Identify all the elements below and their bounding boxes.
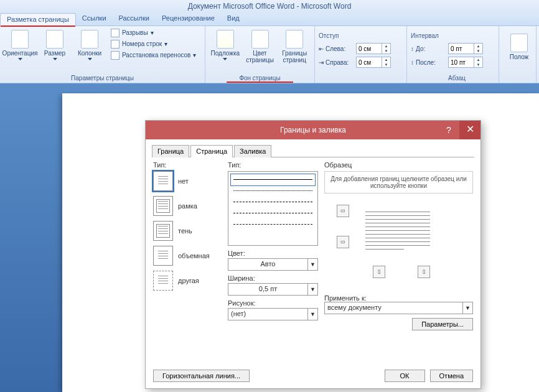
ribbon-tabs: Разметка страницы Ссылки Рассылки Реценз… — [0, 12, 539, 26]
help-button[interactable]: ? — [439, 121, 458, 139]
indent-left-input[interactable]: ▲▼ — [356, 43, 391, 54]
color-combo[interactable]: Авто▼ — [228, 258, 318, 271]
linenum-icon — [111, 40, 120, 49]
type-3d-icon — [153, 246, 173, 266]
line-dashed[interactable] — [231, 197, 315, 208]
columns-icon — [81, 30, 98, 49]
line-numbers-button[interactable]: Номера строк ▾ — [111, 40, 196, 49]
line-dash2[interactable] — [231, 208, 315, 219]
apply-to-label: Применить к: — [324, 294, 367, 302]
art-combo[interactable]: (нет)▼ — [228, 308, 318, 320]
type-header: Тип: — [153, 161, 222, 169]
type-custom-icon — [153, 271, 173, 291]
ok-button[interactable]: ОК — [385, 370, 425, 382]
spacing-before-input[interactable]: ▲▼ — [448, 43, 483, 54]
columns-button[interactable]: Колонки — [73, 27, 106, 60]
apply-to-combo[interactable]: всему документу▼ — [324, 302, 473, 314]
page-icon — [46, 30, 63, 49]
tab-references[interactable]: Ссылки — [76, 12, 113, 26]
spacing-after-icon: ↕ — [411, 59, 414, 66]
indent-header: Отступ — [319, 32, 403, 40]
options-button[interactable]: Параметры... — [412, 318, 473, 330]
indent-right-input[interactable]: ▲▼ — [356, 57, 391, 68]
spacing-after-input[interactable]: ▲▼ — [448, 57, 483, 68]
type-box[interactable]: рамка — [153, 196, 222, 216]
preview-document[interactable] — [360, 203, 435, 256]
preview-hint: Для добавления границ щелкните образец и… — [324, 171, 473, 194]
chevron-down-icon[interactable]: ▼ — [307, 309, 317, 320]
dialog-title-text: Границы и заливка — [280, 126, 346, 134]
close-button[interactable]: ✕ — [459, 121, 480, 139]
preview-area: ▭ ▭ ▯ ▯ — [324, 198, 473, 292]
spacing-before-icon: ↕ — [411, 45, 414, 52]
dtab-border[interactable]: Граница — [152, 145, 189, 157]
line-style-header: Тип: — [228, 161, 318, 169]
tab-page-layout[interactable]: Разметка страницы — [0, 13, 76, 26]
horizontal-line-button[interactable]: Горизонтальная линия... — [153, 370, 250, 382]
chevron-down-icon[interactable]: ▼ — [462, 302, 472, 314]
group-page-background: Фон страницы — [209, 73, 311, 83]
line-solid[interactable] — [231, 174, 315, 185]
page-icon — [11, 30, 29, 49]
line-dotted[interactable] — [231, 185, 315, 197]
app-title-bar: Документ Microsoft Office Word - Microso… — [0, 0, 539, 12]
art-label: Рисунок: — [228, 299, 318, 307]
type-box-icon — [153, 196, 173, 216]
chevron-down-icon[interactable]: ▼ — [307, 259, 317, 270]
line-dashdot[interactable] — [231, 219, 315, 230]
type-shadow-icon — [153, 221, 173, 241]
breaks-button[interactable]: Разрывы ▾ — [111, 29, 196, 37]
chevron-down-icon[interactable]: ▼ — [307, 284, 317, 295]
size-button[interactable]: Размер — [39, 27, 71, 60]
group-page-setup: Параметры страницы — [4, 73, 201, 83]
border-icon — [286, 30, 303, 49]
page-borders-button[interactable]: Границы страниц — [278, 27, 311, 63]
dialog-tabs: Граница Страница Заливка — [152, 144, 474, 157]
type-shadow[interactable]: тень — [153, 221, 222, 241]
indent-left-icon: ⇤ — [319, 45, 324, 52]
hyphenation-button[interactable]: Расстановка переносов ▾ — [111, 51, 196, 60]
tab-review[interactable]: Рецензирование — [156, 12, 221, 26]
type-3d[interactable]: объемная — [153, 246, 222, 266]
bucket-icon — [251, 30, 269, 49]
color-label: Цвет: — [228, 250, 318, 257]
group-paragraph: Абзац — [365, 73, 539, 83]
spacing-header: Интервал — [411, 32, 495, 40]
position-icon — [510, 34, 528, 52]
line-style-list[interactable] — [228, 171, 318, 246]
border-top-toggle[interactable]: ▭ — [337, 205, 349, 217]
tab-mailings[interactable]: Рассылки — [113, 12, 156, 26]
type-none[interactable]: нет — [153, 171, 222, 191]
dtab-fill[interactable]: Заливка — [234, 145, 271, 157]
cancel-button[interactable]: Отмена — [430, 370, 473, 382]
indent-right-icon: ⇥ — [319, 59, 324, 66]
type-custom[interactable]: другая — [153, 271, 222, 291]
preview-header: Образец — [324, 161, 473, 169]
type-none-icon — [153, 171, 173, 191]
page-color-button[interactable]: Цвет страницы — [244, 27, 276, 63]
ribbon: Ориентация Размер Колонки Разрывы ▾ Номе… — [0, 26, 539, 83]
dialog-titlebar[interactable]: Границы и заливка ? ✕ — [146, 121, 480, 139]
hyphen-icon — [111, 51, 120, 60]
border-right-toggle[interactable]: ▯ — [418, 266, 430, 278]
borders-shading-dialog: Границы и заливка ? ✕ Граница Страница З… — [145, 120, 481, 389]
width-label: Ширина: — [228, 274, 318, 282]
position-button[interactable]: Полож — [503, 31, 535, 60]
tab-view[interactable]: Вид — [221, 12, 246, 26]
orientation-button[interactable]: Ориентация — [4, 27, 36, 60]
watermark-icon — [217, 30, 234, 49]
border-bottom-toggle[interactable]: ▭ — [337, 236, 349, 248]
width-combo[interactable]: 0,5 пт▼ — [228, 283, 318, 296]
watermark-button[interactable]: Подложка — [209, 27, 241, 63]
border-left-toggle[interactable]: ▯ — [373, 266, 385, 278]
breaks-icon — [111, 29, 120, 37]
dtab-page[interactable]: Страница — [190, 145, 233, 157]
